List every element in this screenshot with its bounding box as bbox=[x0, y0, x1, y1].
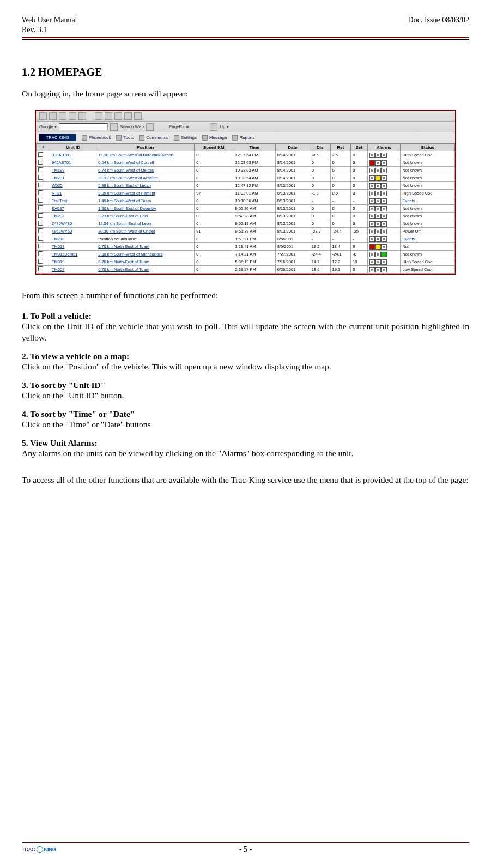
alarm-box[interactable] bbox=[369, 244, 375, 250]
alarm-box[interactable]: 0 bbox=[381, 267, 387, 272]
row-checkbox[interactable] bbox=[37, 159, 50, 167]
alarm-box[interactable]: 0 bbox=[369, 183, 375, 189]
nav-fwd-icon[interactable] bbox=[49, 112, 57, 120]
menu-phonebook[interactable]: Phonebook bbox=[82, 135, 111, 141]
menu-tools[interactable]: Tools bbox=[116, 135, 134, 141]
google-search-input[interactable] bbox=[59, 123, 108, 130]
row-checkbox[interactable] bbox=[37, 243, 50, 251]
row-checkbox[interactable] bbox=[37, 205, 50, 213]
row-checkbox[interactable] bbox=[37, 235, 50, 243]
nav-back-icon[interactable] bbox=[39, 112, 47, 120]
row-checkbox[interactable] bbox=[37, 220, 50, 228]
cell-alarms[interactable]: 000 bbox=[367, 151, 401, 159]
google-label[interactable]: Google ▾ bbox=[39, 124, 57, 129]
cell-alarms[interactable]: 00 bbox=[367, 251, 401, 258]
row-checkbox[interactable] bbox=[37, 228, 50, 235]
cell-unitid[interactable]: 945ABT01 bbox=[50, 159, 96, 167]
cell-unitid[interactable]: 2475WY80 bbox=[50, 220, 96, 228]
alarm-box[interactable]: 0 bbox=[375, 168, 381, 173]
cell-position[interactable]: 0.70 km North-East of Tuam bbox=[96, 266, 195, 274]
cell-alarms[interactable]: 000 bbox=[367, 205, 401, 213]
row-checkbox[interactable] bbox=[37, 182, 50, 190]
nav-mail-icon[interactable] bbox=[124, 112, 132, 120]
cell-position[interactable]: 15.30 km South-West of Bordeaux Airport bbox=[96, 151, 195, 159]
row-checkbox[interactable] bbox=[37, 174, 50, 182]
cell-position[interactable]: 1.49 km South-West of Tuam bbox=[96, 197, 195, 205]
cell-alarms[interactable]: 000 bbox=[367, 228, 401, 235]
cell-alarms[interactable]: 000 bbox=[367, 182, 401, 190]
alarm-box[interactable]: 0 bbox=[381, 206, 387, 211]
cell-position[interactable]: 0.54 km South-West of Corbeil bbox=[96, 159, 195, 167]
cell-position[interactable]: 0.70 km North-East of Tuam bbox=[96, 258, 195, 266]
cell-unitid[interactable]: TM210 bbox=[50, 235, 96, 243]
cell-position[interactable]: 3.23 km South-East of Eger bbox=[96, 213, 195, 220]
alarm-box[interactable]: 0 bbox=[375, 160, 381, 166]
alarm-box[interactable]: 0 bbox=[369, 175, 375, 181]
alarm-box[interactable] bbox=[369, 160, 375, 166]
row-checkbox[interactable] bbox=[37, 266, 50, 274]
alarm-box[interactable]: 0 bbox=[381, 229, 387, 234]
search-web-label[interactable]: Search Web bbox=[120, 124, 144, 129]
row-checkbox[interactable] bbox=[37, 213, 50, 220]
cell-unitid[interactable]: RT31 bbox=[50, 190, 96, 197]
alarm-box[interactable]: 0 bbox=[369, 214, 375, 219]
alarm-box[interactable]: 0 bbox=[369, 236, 375, 242]
cell-unitid[interactable]: TM199 bbox=[50, 167, 96, 174]
cell-position[interactable]: 1.80 km South-East of Daventry bbox=[96, 205, 195, 213]
cell-unitid[interactable]: TM201 bbox=[50, 174, 96, 182]
alarm-box[interactable]: 0 bbox=[381, 198, 387, 204]
menu-settings[interactable]: Settings bbox=[174, 135, 197, 141]
alarm-box[interactable]: 0 bbox=[381, 168, 387, 173]
row-checkbox[interactable] bbox=[37, 258, 50, 266]
col-alarms[interactable]: Alarms bbox=[367, 144, 401, 151]
alarm-box[interactable]: 0 bbox=[369, 168, 375, 173]
row-checkbox[interactable] bbox=[37, 167, 50, 174]
cell-position[interactable]: 0.70 km North-East of Tuam bbox=[96, 243, 195, 251]
cell-alarms[interactable]: 000 bbox=[367, 258, 401, 266]
nav-fav-icon[interactable] bbox=[105, 112, 112, 120]
alarm-box[interactable]: 0 bbox=[369, 252, 375, 257]
menu-commands[interactable]: Commands bbox=[139, 135, 168, 141]
alarm-box[interactable]: 0 bbox=[369, 267, 375, 272]
cell-position[interactable]: 12.54 km South-East of Leon bbox=[96, 220, 195, 228]
alarm-box[interactable]: 0 bbox=[369, 259, 375, 265]
search-site-icon[interactable] bbox=[146, 123, 154, 131]
alarm-box[interactable]: 0 bbox=[381, 221, 387, 227]
alarm-box[interactable]: 0 bbox=[381, 153, 387, 158]
alarm-box[interactable]: 0 bbox=[375, 198, 381, 204]
alarm-box[interactable]: 0 bbox=[381, 244, 387, 250]
cell-position[interactable]: 30.30 km South-West of Cholet bbox=[96, 228, 195, 235]
cell-status[interactable]: Events bbox=[401, 197, 455, 205]
search-web-icon[interactable] bbox=[110, 123, 118, 131]
alarm-box[interactable]: 0 bbox=[375, 229, 381, 234]
cell-alarms[interactable]: 000 bbox=[367, 235, 401, 243]
alarm-box[interactable]: 0 bbox=[375, 183, 381, 189]
col-select[interactable]: * bbox=[37, 144, 50, 151]
cell-alarms[interactable]: 000 bbox=[367, 266, 401, 274]
nav-history-icon[interactable] bbox=[114, 112, 122, 120]
alarm-box[interactable]: 0 bbox=[381, 183, 387, 189]
cell-unitid[interactable]: 4862WY60 bbox=[50, 228, 96, 235]
cell-unitid[interactable]: 933ABT01 bbox=[50, 151, 96, 159]
col-set[interactable]: Set bbox=[351, 144, 367, 151]
alarm-box[interactable]: 0 bbox=[369, 191, 375, 196]
alarm-box[interactable]: 0 bbox=[369, 198, 375, 204]
cell-unitid[interactable]: TM202 bbox=[50, 213, 96, 220]
row-checkbox[interactable] bbox=[37, 190, 50, 197]
cell-position[interactable]: 5.98 km South-East of Lucan bbox=[96, 182, 195, 190]
alarm-box[interactable]: 0 bbox=[375, 206, 381, 211]
alarm-box[interactable] bbox=[381, 252, 387, 257]
cell-unitid[interactable]: EA087 bbox=[50, 205, 96, 213]
alarm-box[interactable]: 0 bbox=[375, 214, 381, 219]
col-unitid[interactable]: Unit ID bbox=[50, 144, 96, 151]
cell-unitid[interactable]: TrailTest bbox=[50, 197, 96, 205]
alarm-box[interactable]: 0 bbox=[375, 259, 381, 265]
cell-alarms[interactable]: 000 bbox=[367, 167, 401, 174]
alarm-box[interactable]: 0 bbox=[381, 191, 387, 196]
alarm-box[interactable]: 0 bbox=[381, 160, 387, 166]
cell-unitid[interactable]: TM015Demo1 bbox=[50, 251, 96, 258]
menu-message[interactable]: Message bbox=[202, 135, 227, 141]
alarm-box[interactable]: 0 bbox=[369, 153, 375, 158]
nav-home-icon[interactable] bbox=[78, 112, 86, 120]
alarm-box[interactable]: 0 bbox=[375, 236, 381, 242]
